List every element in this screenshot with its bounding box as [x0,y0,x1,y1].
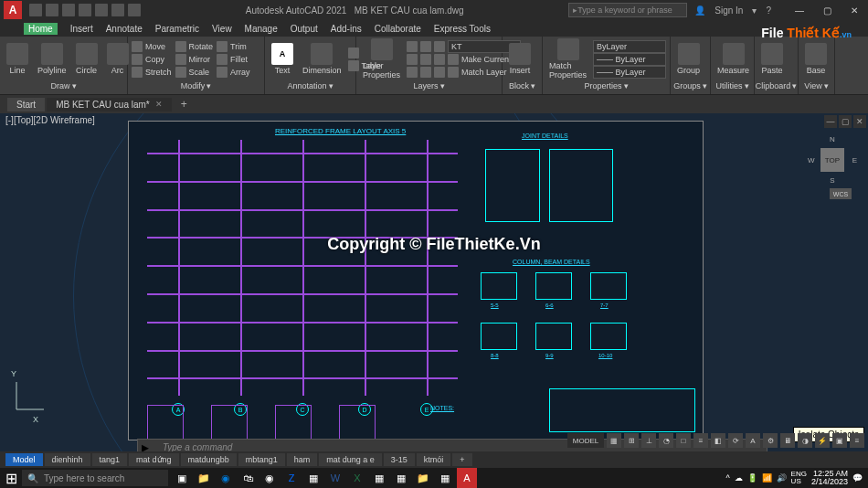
tray-wifi-icon[interactable]: 📶 [762,473,772,483]
tray-clock[interactable]: 12:25 AM 2/14/2023 [811,470,848,486]
panel-block-label[interactable]: Block ▾ [506,80,538,92]
status-model-button[interactable]: MODEL [567,433,604,448]
start-button[interactable]: ⊞ [0,468,22,488]
status-workspace-icon[interactable]: ⚙ [763,433,778,448]
tab-annotate[interactable]: Annotate [106,24,143,34]
tool-base[interactable]: Base [802,43,830,75]
status-snap-icon[interactable]: ⊞ [624,433,639,448]
taskbar-search[interactable]: 🔍 Type here to search [22,470,168,486]
tool-text[interactable]: AText [269,43,296,75]
tab-insert[interactable]: Insert [70,24,93,34]
viewcube-west[interactable]: W [808,156,815,164]
tool-rotate[interactable]: Rotate [175,40,214,52]
tab-layout-3[interactable]: mat dứng [129,453,179,466]
tab-addins[interactable]: Add-ins [331,24,362,34]
open-icon[interactable] [46,4,58,16]
tool-mirror[interactable]: Mirror [175,53,214,65]
close-button[interactable]: ✕ [841,0,868,20]
new-tab-button[interactable]: + [174,98,195,111]
app-icon-4[interactable]: ▦ [435,468,455,488]
status-isolate-icon[interactable]: ◑ [798,433,812,448]
panel-draw-label[interactable]: Draw ▾ [4,80,123,92]
tab-output[interactable]: Output [291,24,318,34]
tool-insert-block[interactable]: Insert [506,43,534,75]
tray-notifications-icon[interactable]: 💬 [852,473,863,483]
app-icon-2[interactable]: ▦ [369,468,389,488]
panel-utilities-label[interactable]: Utilities ▾ [715,80,750,92]
panel-annotation-label[interactable]: Annotation ▾ [269,80,352,92]
panel-properties-label[interactable]: Properties ▾ [546,80,666,92]
vp-maximize-icon[interactable]: ▢ [839,115,852,128]
store-icon[interactable]: 🛍 [238,468,258,488]
tray-volume-icon[interactable]: 🔊 [777,473,787,483]
tab-layout-8[interactable]: 3-15 [384,453,415,466]
explorer-icon[interactable]: 📁 [194,468,214,488]
tool-scale[interactable]: Scale [175,66,214,78]
redo-icon[interactable] [128,4,141,16]
viewport-label[interactable]: [-][Top][2D Wireframe] [5,115,95,125]
minimize-button[interactable]: — [786,0,813,20]
undo-icon[interactable] [111,4,124,16]
status-hardware-icon[interactable]: ⚡ [815,433,830,448]
tab-layout-2[interactable]: tang1 [92,453,128,466]
tool-copy[interactable]: Copy [132,53,172,65]
tab-layout-6[interactable]: ham [287,453,318,466]
viewcube[interactable]: N S E W TOP [813,141,852,179]
viewcube-north[interactable]: N [830,135,835,143]
status-annoscale-icon[interactable]: A [746,433,760,448]
tray-battery-icon[interactable]: 🔋 [747,473,757,483]
chrome-icon[interactable]: ◉ [259,468,280,488]
status-monitor-icon[interactable]: 🖥 [780,433,795,448]
status-custom-icon[interactable]: ≡ [850,433,864,448]
lineweight-dropdown[interactable]: —— ByLayer [593,53,666,66]
tray-onedrive-icon[interactable]: ☁ [735,473,743,483]
panel-modify-label[interactable]: Modify ▾ [132,80,260,92]
tool-paste[interactable]: Paste [758,43,786,75]
tab-home[interactable]: Home [24,23,58,35]
tool-group[interactable]: Group [674,43,703,75]
word-icon[interactable]: W [325,468,345,488]
tab-expresstools[interactable]: Express Tools [434,24,491,34]
help-icon[interactable]: ? [766,5,771,16]
explorer2-icon[interactable]: 📁 [413,468,433,488]
tool-move[interactable]: Move [132,40,172,52]
saveas-icon[interactable] [79,4,91,16]
panel-clipboard-label[interactable]: Clipboard ▾ [758,80,794,92]
autodesk-app-icon[interactable]: ▾ [752,5,757,16]
tool-array[interactable]: Array [217,66,250,78]
autocad-logo[interactable]: A [4,1,22,19]
wcs-dropdown[interactable]: WCS [830,188,852,199]
status-osnap-icon[interactable]: □ [676,433,691,448]
viewcube-top-face[interactable]: TOP [820,148,844,172]
plot-icon[interactable] [95,4,108,16]
tab-layout-add[interactable]: + [452,453,471,466]
status-ortho-icon[interactable]: ⊥ [641,433,656,448]
tool-line[interactable]: Line [4,43,31,75]
status-polar-icon[interactable]: ◔ [659,433,673,448]
status-cycling-icon[interactable]: ⟳ [728,433,743,448]
status-clean-icon[interactable]: ▣ [832,433,847,448]
panel-layers-label[interactable]: Layers ▾ [360,80,498,92]
edge-icon[interactable]: ◉ [216,468,236,488]
tab-layout-4[interactable]: matdungbb [181,453,237,466]
tool-dimension[interactable]: Dimension [300,43,344,75]
tab-layout-5[interactable]: mbtang1 [238,453,285,466]
color-dropdown[interactable]: ByLayer [593,40,666,53]
tab-layout-1[interactable]: dienhinh [45,453,90,466]
taskview-icon[interactable]: ▣ [172,468,192,488]
tab-layout-7[interactable]: mat dung a e [319,453,382,466]
tool-fillet[interactable]: Fillet [217,53,250,65]
app-icon-1[interactable]: ▦ [303,468,323,488]
vp-minimize-icon[interactable]: — [824,115,837,128]
tool-trim[interactable]: Trim [217,40,250,52]
maximize-button[interactable]: ▢ [813,0,841,20]
tab-layout-9[interactable]: ktmói [417,453,451,466]
panel-view-label[interactable]: View ▾ [802,80,831,92]
tab-manage[interactable]: Manage [245,24,278,34]
viewcube-east[interactable]: E [852,156,857,164]
zalo-icon[interactable]: Z [281,468,302,488]
status-lwt-icon[interactable]: ≡ [693,433,708,448]
tool-measure[interactable]: Measure [715,43,752,75]
status-grid-icon[interactable]: ▦ [607,433,621,448]
tab-parametric[interactable]: Parametric [155,24,199,34]
